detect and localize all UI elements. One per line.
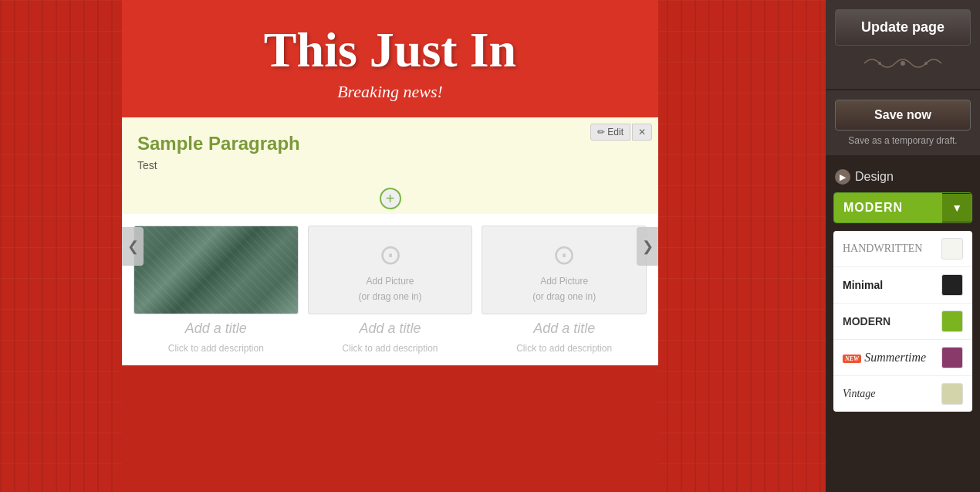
theme-item-summertime[interactable]: NEWSummertime xyxy=(833,340,972,376)
gallery-item-title-2[interactable]: Add a title xyxy=(359,321,421,337)
gallery-section: Add a title Click to add description ⊙ A… xyxy=(122,214,658,365)
add-section-area: + xyxy=(122,183,658,214)
svg-point-0 xyxy=(901,61,905,66)
gallery-image-1[interactable] xyxy=(133,226,299,314)
design-section: ▶ Design MODERN ▼ HANDWRITTEN Minimal MO… xyxy=(826,157,980,419)
camera-icon: ⊙ xyxy=(379,239,402,271)
theme-name-handwritten: HANDWRITTEN xyxy=(843,243,922,255)
gallery-item-desc-2[interactable]: Click to add description xyxy=(342,343,438,354)
theme-name-summertime: NEWSummertime xyxy=(843,351,926,365)
site-subtitle: Breaking news! xyxy=(137,82,643,102)
theme-swatch-summertime xyxy=(941,347,963,368)
design-icon: ▶ xyxy=(835,169,850,185)
theme-dropdown-arrow[interactable]: ▼ xyxy=(942,194,972,222)
new-badge: NEW xyxy=(843,355,861,363)
paragraph-text: Test xyxy=(137,159,643,171)
right-panel: Update page Save now Save as a temporary… xyxy=(826,0,980,492)
left-arrow-icon: ❮ xyxy=(127,238,139,255)
site-title: This Just In xyxy=(137,23,643,77)
theme-swatch-handwritten xyxy=(941,238,963,260)
right-arrow-icon: ❯ xyxy=(642,238,654,255)
design-header: ▶ Design xyxy=(826,165,980,192)
site-header: This Just In Breaking news! xyxy=(122,0,658,117)
placeholder-text-2a: Add Picture xyxy=(366,276,414,287)
theme-swatch-vintage xyxy=(941,383,963,405)
theme-item-handwritten[interactable]: HANDWRITTEN xyxy=(833,231,972,267)
theme-name-vintage: Vintage xyxy=(843,388,876,400)
gallery-placeholder-3[interactable]: ⊙ Add Picture (or drag one in) xyxy=(482,226,647,314)
gallery-placeholder-2[interactable]: ⊙ Add Picture (or drag one in) xyxy=(308,226,473,314)
svg-point-2 xyxy=(924,62,928,65)
theme-name-modern: MODERN xyxy=(843,315,890,327)
theme-dropdown[interactable]: MODERN ▼ xyxy=(833,192,972,223)
update-page-section: Update page xyxy=(826,0,980,89)
save-now-button[interactable]: Save now xyxy=(835,100,971,131)
placeholder-content: ⊙ Add Picture (or drag one in) xyxy=(358,239,421,302)
close-button[interactable]: ✕ xyxy=(632,124,652,141)
add-section-button[interactable]: + xyxy=(380,188,401,209)
gallery-item: Add a title Click to add description xyxy=(133,226,299,354)
current-theme-label: MODERN xyxy=(834,193,942,222)
theme-name-minimal: Minimal xyxy=(843,279,883,291)
gallery-item-title-1[interactable]: Add a title xyxy=(185,321,247,337)
content-block: ✏ Edit ✕ Sample Paragraph Test + Add a t… xyxy=(122,117,658,365)
theme-list: HANDWRITTEN Minimal MODERN NEWSummertime… xyxy=(833,231,972,412)
theme-item-modern[interactable]: MODERN xyxy=(833,304,972,340)
placeholder-text-3b: (or drag one in) xyxy=(532,291,596,302)
gallery-item: ⊙ Add Picture (or drag one in) Add a tit… xyxy=(308,226,473,354)
placeholder-text-3a: Add Picture xyxy=(540,276,588,287)
save-section: Save now Save as a temporary draft. xyxy=(826,90,980,155)
placeholder-content: ⊙ Add Picture (or drag one in) xyxy=(532,239,596,302)
gallery-item-title-3[interactable]: Add a title xyxy=(533,321,595,337)
design-label: Design xyxy=(855,170,894,184)
gallery-item: ⊙ Add Picture (or drag one in) Add a tit… xyxy=(482,226,647,354)
save-draft-label: Save as a temporary draft. xyxy=(835,135,971,146)
real-image xyxy=(134,226,298,314)
theme-swatch-modern xyxy=(941,310,963,332)
edit-bar: ✏ Edit ✕ xyxy=(590,124,652,141)
theme-item-minimal[interactable]: Minimal xyxy=(833,267,972,304)
main-content-area: This Just In Breaking news! ❮ ❯ ✏ Edit ✕… xyxy=(122,0,658,492)
paragraph-section: Sample Paragraph Test xyxy=(122,117,658,183)
gallery-item-desc-1[interactable]: Click to add description xyxy=(168,343,264,354)
nav-arrow-left[interactable]: ❮ xyxy=(122,227,144,266)
nav-arrow-right[interactable]: ❯ xyxy=(637,227,658,266)
svg-point-1 xyxy=(878,62,881,65)
paragraph-title: Sample Paragraph xyxy=(137,133,643,154)
theme-item-vintage[interactable]: Vintage xyxy=(833,376,972,412)
theme-swatch-minimal xyxy=(941,274,963,296)
gallery-item-desc-3[interactable]: Click to add description xyxy=(516,343,612,354)
camera-icon: ⊙ xyxy=(553,239,576,271)
update-page-button[interactable]: Update page xyxy=(835,9,971,46)
edit-button[interactable]: ✏ Edit xyxy=(590,124,630,141)
ornament-decoration xyxy=(835,52,971,80)
placeholder-text-2b: (or drag one in) xyxy=(358,291,421,302)
